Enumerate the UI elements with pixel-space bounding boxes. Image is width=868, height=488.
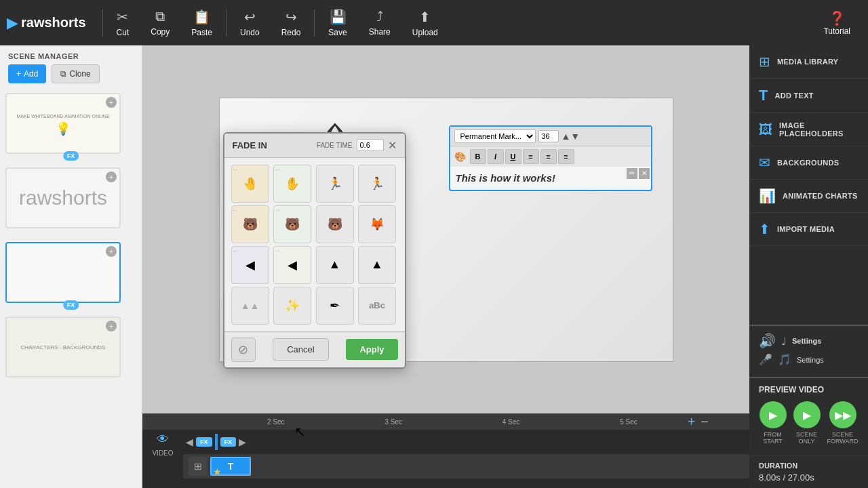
anim-item-6[interactable]: 🐻 ··· bbox=[273, 205, 311, 243]
save-button[interactable]: 💾 Save bbox=[317, 3, 357, 43]
backgrounds-label: BACKGROUNDS bbox=[777, 159, 839, 167]
timeline-track: ⊞ T ★ bbox=[183, 454, 749, 479]
scene-thumbnail-1[interactable]: MAKE WHITEBOARD ANIMATION ONLINE 💡 + bbox=[5, 93, 121, 154]
timeline-eye-icon[interactable]: 👁 bbox=[157, 432, 169, 447]
anim-item-15[interactable]: ✒ bbox=[316, 287, 354, 325]
scene-thumbnail-3[interactable]: + bbox=[5, 242, 121, 303]
scene-thumbnail-2[interactable]: rawshorts + bbox=[5, 167, 121, 228]
anim-item-4[interactable]: 🏃 bbox=[358, 165, 396, 203]
anim-item-5[interactable]: 🐻 ··· bbox=[231, 205, 269, 243]
scene-settings-icon-4[interactable]: + bbox=[106, 321, 117, 331]
import-media-icon: ⬆ bbox=[759, 221, 770, 237]
add-scene-label: Add bbox=[24, 69, 38, 79]
duration-section: DURATION 8.00s / 27.00s bbox=[749, 455, 868, 488]
scene-manager-title: SCENE MANAGER bbox=[8, 52, 79, 60]
scene-thumbnail-4[interactable]: CHARACTERS - BACKGROUNDS + bbox=[5, 317, 121, 378]
none-icon: ⊘ bbox=[238, 342, 248, 357]
track-clip-selected[interactable]: T ★ bbox=[210, 457, 251, 476]
apply-button[interactable]: Apply bbox=[346, 339, 397, 360]
toolbar-separator-1 bbox=[102, 9, 103, 37]
anim-item-14[interactable]: ✨ bbox=[273, 287, 311, 325]
star-icon: ★ bbox=[213, 466, 222, 477]
sidebar-item-import-media[interactable]: ⬆ IMPORT MEDIA bbox=[749, 213, 868, 246]
audio-icon-2: ♩ bbox=[781, 335, 787, 348]
sidebar-item-backgrounds[interactable]: ✉ BACKGROUNDS bbox=[749, 146, 868, 180]
timeline-minus-button[interactable]: − bbox=[701, 414, 709, 430]
clone-scene-label: Clone bbox=[69, 69, 90, 79]
scene-settings-icon[interactable]: + bbox=[106, 97, 117, 108]
scene-manager: SCENE MANAGER + Add ⧉ Clone MAKE WHITEBO… bbox=[0, 45, 142, 488]
tick-4sec: 4 Sec bbox=[452, 418, 570, 426]
anim-item-3[interactable]: 🏃 bbox=[316, 165, 354, 203]
timeline-prev-arrow[interactable]: ◀ bbox=[186, 436, 193, 447]
media-library-label: MEDIA LIBRARY bbox=[777, 58, 838, 66]
paste-button[interactable]: 📋 Paste bbox=[180, 3, 223, 43]
canvas-stage: Permanent Mark... ▲▼ 🎨 B I U ≡ ≡ ≡ bbox=[142, 45, 749, 413]
anim-item-12[interactable]: ▲ bbox=[358, 246, 396, 284]
logo-text: rawshorts bbox=[21, 15, 86, 30]
sidebar-item-add-text[interactable]: T ADD TEXT bbox=[749, 79, 868, 113]
redo-button[interactable]: ↪ Redo bbox=[271, 3, 312, 43]
right-panel: ⊞ MEDIA LIBRARY T ADD TEXT 🖼 IMAGE PLACE… bbox=[749, 45, 868, 488]
timeline-next-arrow[interactable]: ▶ bbox=[239, 436, 246, 447]
scene-settings-icon-2[interactable]: + bbox=[106, 171, 117, 182]
share-icon: ⤴ bbox=[376, 9, 383, 24]
anim-item-2[interactable]: ✋ ··· bbox=[273, 165, 311, 203]
cancel-button[interactable]: Cancel bbox=[273, 338, 328, 361]
anim-item-1[interactable]: 🤚 ··· bbox=[231, 165, 269, 203]
anim-item-13[interactable]: ▲▲ bbox=[231, 287, 269, 325]
timeline-fx-badge[interactable]: FX bbox=[196, 437, 212, 447]
upload-label: Upload bbox=[412, 28, 438, 37]
image-placeholder-icon: 🖼 bbox=[759, 122, 772, 138]
upload-button[interactable]: ⬆ Upload bbox=[401, 3, 449, 43]
animated-charts-icon: 📊 bbox=[759, 188, 776, 204]
anim-item-9[interactable]: ◀ ··· bbox=[231, 246, 269, 284]
fade-dialog: FADE IN FADE TIME ✕ 🤚 ··· bbox=[223, 132, 406, 369]
anim-item-11[interactable]: ▲ bbox=[316, 246, 354, 284]
preview-from-start-button[interactable]: ▶ bbox=[760, 401, 787, 428]
scene-settings-icon-3[interactable]: + bbox=[106, 246, 117, 257]
scene-manager-actions: + Add ⧉ Clone bbox=[0, 64, 142, 90]
cancel-label: Cancel bbox=[287, 344, 314, 354]
anim-item-7[interactable]: 🐻 bbox=[316, 205, 354, 243]
anim-item-16[interactable]: aBc bbox=[358, 287, 396, 325]
undo-button[interactable]: ↩ Undo bbox=[229, 3, 271, 43]
timeline-fx-badge-2[interactable]: FX bbox=[220, 437, 237, 447]
none-button[interactable]: ⊘ bbox=[231, 338, 256, 362]
fade-time-label: FADE TIME bbox=[317, 142, 353, 149]
clone-scene-icon: ⧉ bbox=[60, 69, 66, 79]
logo: ▶ rawshorts bbox=[7, 14, 86, 32]
sidebar-item-media-library[interactable]: ⊞ MEDIA LIBRARY bbox=[749, 45, 868, 79]
logo-icon: ▶ bbox=[7, 14, 18, 32]
timeline-ruler: 2 Sec 3 Sec 4 Sec 5 Sec + − bbox=[142, 413, 749, 430]
sidebar-item-image-placeholders[interactable]: 🖼 IMAGE PLACEHOLDERS bbox=[749, 113, 868, 146]
audio-section: 🔊 ♩ Settings 🎤 🎵 Settings bbox=[749, 325, 868, 377]
share-button[interactable]: ⤴ Share bbox=[358, 3, 401, 42]
clone-scene-button[interactable]: ⧉ Clone bbox=[52, 64, 99, 83]
media-library-icon: ⊞ bbox=[759, 54, 770, 70]
upload-icon: ⬆ bbox=[419, 9, 431, 25]
sidebar-item-animated-charts[interactable]: 📊 ANIMATED CHARTS bbox=[749, 180, 868, 213]
preview-scene-only-button[interactable]: ▶ bbox=[793, 401, 821, 428]
anim-item-8[interactable]: 🦊 bbox=[358, 205, 396, 243]
timeline-add-button[interactable]: + bbox=[688, 414, 696, 430]
preview-scene-forward-button[interactable]: ▶▶ bbox=[829, 401, 856, 428]
dialog-header-right: FADE TIME ✕ bbox=[317, 139, 397, 152]
fx-badge-3: FX bbox=[63, 300, 79, 310]
redo-icon: ↪ bbox=[285, 9, 297, 25]
tutorial-label: Tutorial bbox=[823, 26, 850, 36]
undo-label: Undo bbox=[240, 28, 260, 37]
dialog-close-button[interactable]: ✕ bbox=[388, 139, 397, 152]
fx-badge-1: FX bbox=[63, 151, 79, 161]
add-scene-button[interactable]: + Add bbox=[8, 64, 46, 83]
fade-time-input[interactable] bbox=[357, 139, 384, 151]
paste-icon: 📋 bbox=[193, 9, 210, 25]
anim-item-10[interactable]: ◀ ··· bbox=[273, 246, 311, 284]
cut-button[interactable]: ✂ Cut bbox=[106, 3, 140, 43]
audio-settings-label-1: Settings bbox=[792, 337, 821, 345]
tutorial-button[interactable]: ❓ Tutorial bbox=[812, 5, 861, 41]
paste-label: Paste bbox=[191, 28, 212, 37]
copy-button[interactable]: ⧉ Copy bbox=[140, 3, 180, 42]
image-placeholder-label: IMAGE PLACEHOLDERS bbox=[779, 121, 859, 138]
list-item: + FX bbox=[5, 242, 136, 303]
